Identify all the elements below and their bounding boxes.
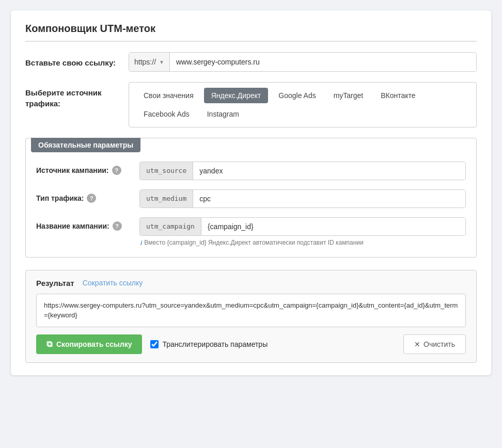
help-icon-campaign[interactable]: ? — [113, 221, 122, 231]
traffic-source-label: Выберите источник трафика: — [25, 82, 129, 109]
info-icon: i — [140, 239, 142, 248]
protocol-text: https:// — [134, 58, 156, 66]
url-input-wrapper: https:// ▼ — [129, 52, 477, 72]
transliterate-label[interactable]: Транслитерировать параметры — [150, 340, 268, 348]
traffic-source-box: Свои значения Яндекс.Директ Google Ads m… — [129, 82, 477, 127]
result-url-box: https://www.sergey-computers.ru?utm_sour… — [36, 294, 466, 327]
traffic-source-area: Свои значения Яндекс.Директ Google Ads m… — [129, 82, 477, 127]
url-text-input[interactable] — [170, 53, 476, 71]
param-campaign-wrapper: utm_campaign i Вместо {campaign_id} Янде… — [139, 217, 466, 248]
source-btn-facebook[interactable]: Facebook Ads — [136, 106, 197, 122]
url-input-area: https:// ▼ — [129, 52, 477, 72]
param-tag-campaign: utm_campaign — [140, 218, 201, 235]
help-icon-medium[interactable]: ? — [87, 194, 96, 203]
shorten-link[interactable]: Сократить ссылку — [83, 279, 143, 287]
url-row: Вставьте свою ссылку: https:// ▼ — [25, 52, 477, 72]
result-actions-left: ⧉ Скопировать ссылку Транслитерировать п… — [36, 334, 268, 354]
source-btn-vk[interactable]: ВКонтакте — [373, 88, 422, 103]
transliterate-checkbox[interactable] — [150, 340, 159, 348]
param-campaign-box: utm_campaign — [139, 217, 466, 236]
times-icon: ✕ — [414, 340, 420, 348]
source-btn-google[interactable]: Google Ads — [271, 88, 323, 103]
param-label-campaign: Название кампании: ? — [36, 217, 139, 231]
main-container: Компоновщик UTM-меток Вставьте свою ссыл… — [11, 10, 491, 375]
traffic-source-buttons: Свои значения Яндекс.Директ Google Ads m… — [136, 88, 469, 103]
param-tag-source: utm_source — [140, 162, 193, 180]
param-row-medium: Тип трафика: ? utm_medium — [36, 189, 466, 208]
param-value-medium[interactable] — [193, 190, 465, 207]
param-source-wrapper: utm_source — [139, 162, 466, 180]
required-section-body: Источник кампании: ? utm_source Тип траф… — [26, 152, 476, 257]
param-source-box: utm_source — [139, 162, 466, 180]
clear-button[interactable]: ✕ Очистить — [403, 334, 466, 354]
param-row-source: Источник кампании: ? utm_source — [36, 162, 466, 180]
source-btn-yandex[interactable]: Яндекс.Директ — [204, 88, 269, 103]
result-header: Результат Сократить ссылку — [36, 279, 466, 287]
param-hint-campaign: i Вместо {campaign_id} Яндекс.Директ авт… — [139, 238, 466, 248]
result-section: Результат Сократить ссылку https://www.s… — [25, 270, 477, 363]
param-medium-wrapper: utm_medium — [139, 189, 466, 208]
copy-icon: ⧉ — [46, 340, 52, 349]
source-btn-custom[interactable]: Свои значения — [136, 88, 201, 103]
chevron-down-icon: ▼ — [159, 59, 164, 65]
protocol-select[interactable]: https:// ▼ — [129, 53, 170, 71]
url-label: Вставьте свою ссылку: — [25, 52, 129, 68]
source-btn-mytarget[interactable]: myTarget — [326, 88, 371, 103]
page-title: Компоновщик UTM-меток — [25, 23, 477, 42]
source-btn-instagram[interactable]: Instagram — [200, 106, 246, 122]
traffic-source-buttons-row2: Facebook Ads Instagram — [136, 106, 469, 122]
param-medium-box: utm_medium — [139, 189, 466, 208]
param-value-source[interactable] — [193, 162, 465, 180]
help-icon-source[interactable]: ? — [112, 166, 121, 175]
required-section-header: Обязательные параметры — [31, 138, 140, 152]
result-actions: ⧉ Скопировать ссылку Транслитерировать п… — [36, 334, 466, 354]
param-tag-medium: utm_medium — [140, 190, 193, 207]
result-title: Результат — [36, 279, 74, 287]
param-value-campaign[interactable] — [201, 218, 465, 235]
param-row-campaign: Название кампании: ? utm_campaign i Вмес… — [36, 217, 466, 248]
required-section: Обязательные параметры Источник кампании… — [25, 138, 477, 258]
copy-button[interactable]: ⧉ Скопировать ссылку — [36, 334, 142, 354]
traffic-source-row: Выберите источник трафика: Свои значения… — [25, 82, 477, 127]
param-label-source: Источник кампании: ? — [36, 162, 139, 175]
param-label-medium: Тип трафика: ? — [36, 189, 139, 203]
